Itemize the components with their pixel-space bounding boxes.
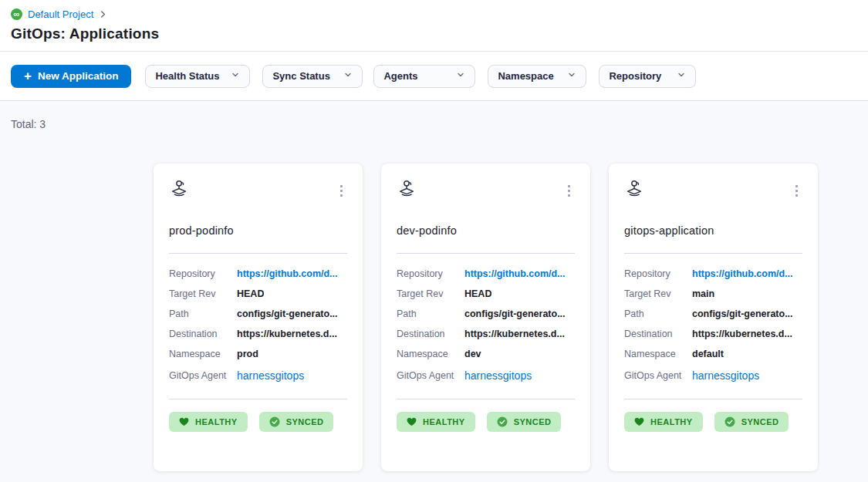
- field-label: Path: [624, 308, 692, 319]
- card-header: [624, 179, 802, 202]
- field-row-gitops-agent: GitOps Agent harnessgitops: [397, 364, 575, 387]
- gitops-agent-link[interactable]: harnessgitops: [692, 369, 759, 382]
- application-card[interactable]: dev-podinfo Repository https://github.co…: [381, 163, 590, 471]
- breadcrumb-project-link[interactable]: Default Project: [28, 8, 93, 20]
- check-circle-icon: [724, 416, 735, 427]
- field-row-namespace: Namespace default: [624, 344, 802, 364]
- filter-namespace[interactable]: Namespace: [488, 65, 586, 88]
- filter-agents[interactable]: Agents: [373, 65, 475, 88]
- field-row-target-rev: Target Rev HEAD: [397, 284, 575, 304]
- field-label: Target Rev: [624, 288, 692, 299]
- filter-label: Health Status: [155, 70, 219, 82]
- divider: [397, 253, 575, 254]
- field-row-gitops-agent: GitOps Agent harnessgitops: [624, 364, 802, 387]
- application-icon: [169, 179, 190, 202]
- field-row-target-rev: Target Rev HEAD: [169, 284, 347, 304]
- card-header: [397, 179, 575, 202]
- field-row-repository: Repository https://github.com/d...: [397, 264, 575, 284]
- card-menu-button[interactable]: [336, 182, 347, 200]
- chevron-down-icon: [456, 70, 465, 82]
- field-row-destination: Destination https://kubernetes.d...: [397, 324, 575, 344]
- repository-link[interactable]: https://github.com/d...: [464, 268, 566, 279]
- status-badges: HEALTHY SYNCED: [397, 412, 575, 432]
- divider: [169, 399, 347, 399]
- application-icon: [624, 179, 645, 202]
- field-value: https://kubernetes.d...: [237, 329, 337, 339]
- filter-health-status[interactable]: Health Status: [145, 65, 250, 88]
- project-icon: ∞: [11, 8, 22, 20]
- sync-status-badge: SYNCED: [259, 412, 334, 432]
- field-label: Repository: [169, 268, 237, 279]
- field-list: Repository https://github.com/d... Targe…: [397, 264, 575, 387]
- field-label: Repository: [624, 268, 692, 279]
- chevron-right-icon: [99, 10, 107, 19]
- field-label: Path: [397, 308, 464, 319]
- new-application-button[interactable]: + New Application: [11, 65, 131, 88]
- field-row-namespace: Namespace prod: [169, 344, 347, 364]
- gitops-agent-link[interactable]: harnessgitops: [237, 369, 304, 382]
- field-label: GitOps Agent: [169, 370, 237, 381]
- status-badges: HEALTHY SYNCED: [169, 412, 347, 432]
- application-card[interactable]: gitops-application Repository https://gi…: [609, 163, 818, 471]
- repository-link[interactable]: https://github.com/d...: [692, 268, 793, 279]
- health-status-badge: HEALTHY: [397, 412, 475, 432]
- field-value: configs/git-generato...: [237, 308, 338, 319]
- field-row-repository: Repository https://github.com/d...: [624, 264, 802, 284]
- filter-repository[interactable]: Repository: [599, 65, 696, 88]
- field-value: https://kubernetes.d...: [464, 329, 565, 339]
- field-value: configs/git-generato...: [464, 308, 566, 319]
- field-row-gitops-agent: GitOps Agent harnessgitops: [169, 364, 347, 387]
- heart-icon: [179, 417, 189, 426]
- health-status-label: HEALTHY: [650, 417, 693, 426]
- sync-status-badge: SYNCED: [714, 412, 789, 432]
- filter-label: Agents: [383, 70, 417, 82]
- application-icon: [397, 179, 417, 202]
- card-menu-button[interactable]: [791, 182, 802, 200]
- breadcrumb: ∞ Default Project: [11, 7, 857, 21]
- chevron-down-icon: [343, 70, 353, 82]
- application-card[interactable]: prod-podinfo Repository https://github.c…: [154, 163, 363, 471]
- field-label: Destination: [397, 329, 464, 339]
- card-header: [169, 179, 347, 202]
- field-value: https://kubernetes.d...: [692, 329, 792, 339]
- sync-status-label: SYNCED: [741, 417, 779, 426]
- repository-link[interactable]: https://github.com/d...: [237, 268, 338, 279]
- field-value: prod: [237, 349, 258, 359]
- health-status-label: HEALTHY: [423, 417, 465, 426]
- application-name[interactable]: dev-podinfo: [397, 224, 575, 237]
- page-title: GitOps: Applications: [11, 25, 857, 42]
- heart-icon: [407, 417, 417, 426]
- filter-label: Repository: [609, 70, 661, 82]
- field-row-target-rev: Target Rev main: [624, 284, 802, 304]
- field-row-destination: Destination https://kubernetes.d...: [624, 324, 802, 344]
- field-label: Namespace: [169, 349, 237, 359]
- gitops-agent-link[interactable]: harnessgitops: [464, 369, 532, 382]
- filter-sync-status[interactable]: Sync Status: [262, 65, 363, 88]
- field-list: Repository https://github.com/d... Targe…: [624, 264, 802, 387]
- field-value: dev: [464, 349, 481, 359]
- card-menu-button[interactable]: [563, 182, 575, 200]
- chevron-down-icon: [677, 70, 686, 82]
- sync-status-label: SYNCED: [286, 417, 324, 426]
- field-label: Namespace: [397, 349, 464, 359]
- field-row-destination: Destination https://kubernetes.d...: [169, 324, 347, 344]
- filter-label: Namespace: [498, 70, 553, 82]
- plus-icon: +: [24, 69, 32, 83]
- health-status-label: HEALTHY: [195, 417, 238, 426]
- divider: [169, 253, 347, 254]
- application-name[interactable]: gitops-application: [624, 224, 802, 237]
- total-count: Total: 3: [11, 118, 857, 130]
- content-area: Total: 3 prod-podinfo: [0, 101, 868, 482]
- health-status-badge: HEALTHY: [624, 412, 703, 432]
- status-badges: HEALTHY SYNCED: [624, 412, 802, 432]
- field-row-namespace: Namespace dev: [397, 344, 575, 364]
- field-label: Target Rev: [169, 288, 237, 299]
- field-row-repository: Repository https://github.com/d...: [169, 264, 347, 284]
- health-status-badge: HEALTHY: [169, 412, 248, 432]
- field-list: Repository https://github.com/d... Targe…: [169, 264, 347, 387]
- application-name[interactable]: prod-podinfo: [169, 224, 347, 237]
- sync-status-badge: SYNCED: [487, 412, 562, 432]
- field-value: HEAD: [237, 288, 264, 299]
- sync-status-label: SYNCED: [514, 417, 552, 426]
- application-cards: prod-podinfo Repository https://github.c…: [154, 163, 857, 471]
